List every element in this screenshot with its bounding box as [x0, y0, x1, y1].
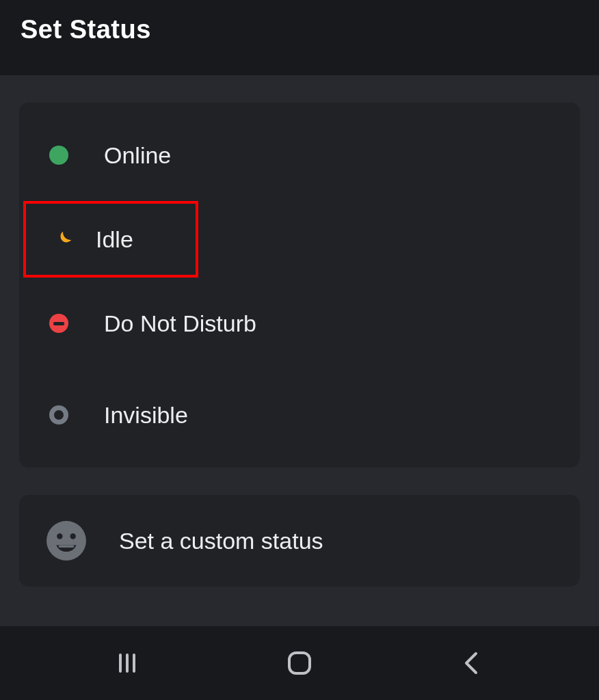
svg-rect-3 [59, 545, 75, 548]
status-option-invisible[interactable]: Invisible [19, 369, 580, 461]
content-area: Online Idle Do Not Disturb Invisible [0, 75, 599, 600]
dnd-icon [49, 314, 104, 333]
set-custom-status-button[interactable]: Set a custom status [19, 495, 580, 587]
svg-rect-7 [289, 653, 310, 673]
svg-point-1 [57, 533, 62, 539]
android-nav-bar [0, 626, 599, 700]
page-title: Set Status [21, 15, 578, 44]
status-option-dnd[interactable]: Do Not Disturb [19, 278, 580, 369]
status-label-dnd: Do Not Disturb [104, 310, 256, 337]
online-icon [49, 146, 104, 165]
svg-point-0 [46, 521, 86, 561]
svg-point-2 [70, 533, 75, 539]
custom-status-label: Set a custom status [119, 528, 323, 554]
status-label-online: Online [104, 142, 171, 169]
idle-moon-icon [53, 229, 96, 250]
status-option-online[interactable]: Online [19, 109, 580, 201]
status-options-card: Online Idle Do Not Disturb Invisible [19, 103, 580, 468]
status-option-idle[interactable]: Idle [23, 201, 198, 278]
invisible-icon [49, 405, 104, 425]
recent-apps-icon [114, 649, 141, 677]
smile-emoji-icon [46, 521, 119, 561]
nav-home-button[interactable] [258, 649, 341, 677]
header: Set Status [0, 0, 599, 75]
nav-recent-button[interactable] [86, 649, 168, 677]
status-label-idle: Idle [96, 226, 133, 253]
home-icon [285, 649, 314, 677]
back-icon [458, 649, 485, 677]
status-label-invisible: Invisible [104, 402, 188, 429]
nav-back-button[interactable] [431, 649, 513, 677]
